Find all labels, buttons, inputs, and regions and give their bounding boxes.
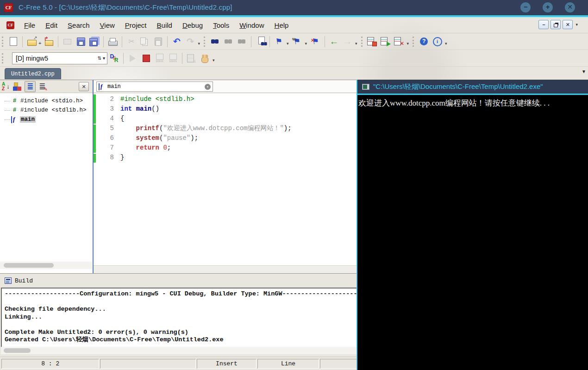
- find-button[interactable]: [209, 35, 221, 48]
- tree-item-include[interactable]: ##include <stdio.h>: [0, 96, 93, 106]
- toolbar-grip[interactable]: [2, 37, 4, 47]
- menu-edit[interactable]: Edit: [40, 19, 63, 31]
- object2-button[interactable]: [167, 52, 179, 64]
- flow-view-button[interactable]: [13, 81, 24, 92]
- save-button[interactable]: [75, 35, 87, 48]
- menu-window[interactable]: Window: [234, 19, 269, 31]
- code-token: (): [151, 105, 159, 113]
- console-window[interactable]: "C:\Users\轻烟\Documents\C-Free\Temp\Untit…: [357, 80, 588, 370]
- open-file-button[interactable]: [25, 35, 38, 48]
- combo-dropdown-icon[interactable]: ⇅ ▾: [98, 56, 105, 61]
- symbols-hscrollbar[interactable]: [0, 262, 92, 269]
- compiler-combo[interactable]: [D] mingw5 ⇅ ▾: [12, 52, 107, 64]
- mdi-restore-button[interactable]: [550, 20, 561, 29]
- maximize-button[interactable]: +: [543, 2, 553, 13]
- tree-item-main[interactable]: fmain: [0, 115, 93, 124]
- tab-untitled2[interactable]: Untitled2.cpp: [5, 68, 61, 79]
- line-number: 8: [94, 153, 114, 163]
- code-token: system: [136, 134, 159, 142]
- mdi-close-button[interactable]: ✕: [563, 20, 573, 29]
- menu-view[interactable]: View: [95, 19, 120, 31]
- menubar-overflow-icon[interactable]: ▾: [575, 22, 578, 27]
- bookmark-clear-button[interactable]: [309, 35, 322, 48]
- menu-project[interactable]: Project: [120, 19, 152, 31]
- find-prev-button[interactable]: [236, 35, 248, 48]
- help-button[interactable]: [418, 35, 430, 48]
- open-dropdown-icon[interactable]: +: [38, 40, 41, 46]
- bookmark-goto-button[interactable]: [291, 35, 304, 48]
- symbols-tree: ##include <stdio.h>##include <stdlib.h>f…: [0, 93, 93, 261]
- rebuild-button[interactable]: [393, 35, 406, 48]
- copy-button[interactable]: [138, 35, 151, 48]
- menu-help[interactable]: Help: [269, 19, 294, 31]
- tree-item-include[interactable]: ##include <stdlib.h>: [0, 106, 93, 115]
- cut-button[interactable]: [125, 35, 138, 48]
- pause-hand-button[interactable]: [199, 52, 211, 64]
- find-next-icon: [223, 37, 233, 47]
- toolbar-caret-icon[interactable]: ▾: [407, 41, 409, 46]
- close-file-button[interactable]: [61, 35, 74, 48]
- build-run-button[interactable]: [380, 35, 392, 48]
- bookmark-toggle-button[interactable]: [273, 35, 285, 48]
- toolbar-caret-icon[interactable]: ▾: [305, 41, 307, 46]
- makefile-button[interactable]: [185, 52, 198, 64]
- redo-button[interactable]: [184, 35, 196, 48]
- menu-debug[interactable]: Debug: [177, 19, 208, 31]
- paste-button[interactable]: [152, 35, 164, 48]
- nav-back-icon: [329, 37, 339, 47]
- preprocessor-icon: #: [11, 107, 18, 113]
- toolbar-grip[interactable]: [413, 37, 415, 47]
- scrollbar-thumb[interactable]: [4, 263, 54, 268]
- save-all-button[interactable]: [88, 35, 100, 48]
- find-in-files-button[interactable]: [254, 35, 267, 48]
- combo-drop-icon[interactable]: ▾: [205, 84, 211, 90]
- scrollbar-thumb[interactable]: [4, 348, 31, 353]
- close-panel-button[interactable]: ✕: [79, 82, 89, 91]
- member-list-button[interactable]: [25, 81, 36, 92]
- menu-search[interactable]: Search: [63, 19, 95, 31]
- minimize-button[interactable]: −: [520, 2, 531, 13]
- nav-back-button[interactable]: [328, 35, 340, 48]
- new-file-button[interactable]: [7, 35, 19, 48]
- function-combo[interactable]: f main ▾: [96, 82, 213, 92]
- mdi-minimize-button[interactable]: –: [538, 20, 549, 29]
- help-icon: [419, 37, 429, 47]
- copy-icon: [140, 37, 150, 47]
- undo-button[interactable]: [170, 35, 183, 48]
- compiler-combo-value: [D] mingw5: [16, 55, 48, 62]
- line-number: 3: [94, 104, 114, 114]
- print-button[interactable]: [106, 35, 119, 48]
- close-button[interactable]: ✕: [565, 2, 575, 13]
- toolbar-separator: [251, 36, 251, 47]
- toolbar-grip[interactable]: [361, 37, 363, 47]
- object-button[interactable]: [153, 52, 166, 64]
- reopen-button[interactable]: [43, 35, 55, 48]
- compile-button[interactable]: [366, 35, 379, 48]
- toolbar-caret-icon[interactable]: ▾: [445, 41, 447, 46]
- toolbar-grip[interactable]: [204, 37, 206, 47]
- toolbar-caret-icon[interactable]: ▾: [198, 41, 200, 46]
- detail-list-button[interactable]: [37, 81, 48, 92]
- code-token: {: [120, 115, 124, 122]
- toolbar-grip[interactable]: [2, 53, 4, 63]
- toolbar-caret-icon[interactable]: ▾: [287, 41, 289, 46]
- menu-build[interactable]: Build: [152, 19, 177, 31]
- nav-forward-button[interactable]: [341, 35, 354, 48]
- run-button[interactable]: [126, 52, 139, 64]
- toolbar-separator: [167, 36, 168, 47]
- toolbar-caret-icon[interactable]: ▾: [213, 58, 215, 63]
- toolbar-caret-icon[interactable]: ▾: [355, 41, 357, 46]
- object2-icon: [168, 53, 178, 63]
- stop-button[interactable]: [140, 52, 152, 64]
- find-next-button[interactable]: [222, 35, 235, 48]
- sort-az-button[interactable]: ↓: [0, 81, 12, 92]
- debug-release-button[interactable]: ⇅: [108, 52, 120, 64]
- about-button[interactable]: [431, 35, 444, 48]
- tab-overflow-arrow-icon[interactable]: ▼: [582, 69, 586, 74]
- menu-tools[interactable]: Tools: [208, 19, 234, 31]
- new-file-icon: [8, 37, 19, 47]
- console-app-icon: [362, 84, 369, 90]
- code-token: 0: [163, 144, 167, 151]
- menu-file[interactable]: File: [19, 19, 40, 31]
- console-title-bar[interactable]: "C:\Users\轻烟\Documents\C-Free\Temp\Untit…: [357, 80, 588, 95]
